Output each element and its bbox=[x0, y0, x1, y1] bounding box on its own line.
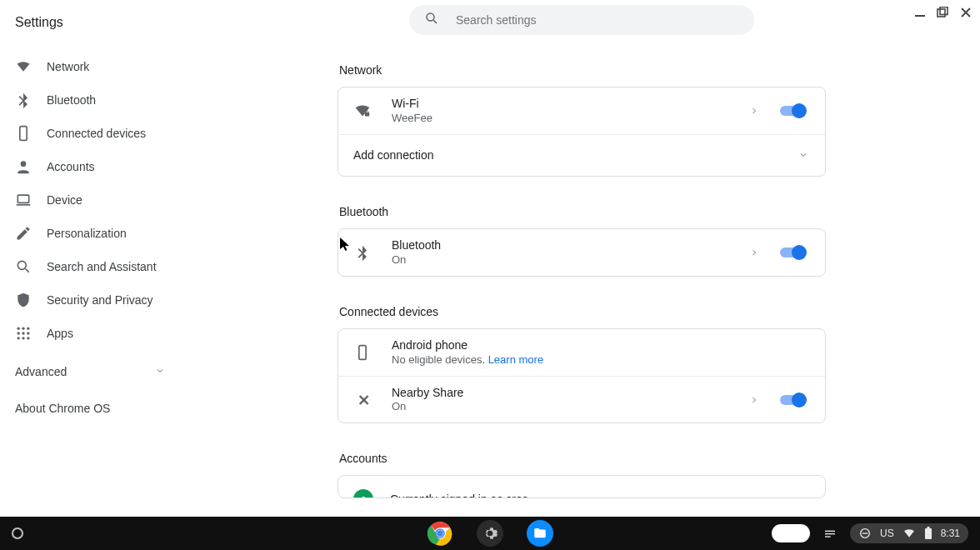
sidebar-item-security[interactable]: Security and Privacy bbox=[15, 283, 183, 317]
svg-rect-17 bbox=[366, 111, 368, 113]
sidebar-item-personalization[interactable]: Personalization bbox=[15, 217, 183, 250]
shelf: US 8:31 bbox=[0, 517, 980, 550]
apps-grid-icon bbox=[15, 325, 32, 342]
search-settings[interactable] bbox=[409, 5, 754, 35]
sidebar-item-accounts[interactable]: Accounts bbox=[15, 150, 183, 183]
account-avatar: c bbox=[353, 489, 373, 498]
svg-rect-24 bbox=[825, 531, 835, 532]
window-close-button[interactable] bbox=[960, 7, 972, 18]
nearby-share-toggle[interactable] bbox=[780, 395, 808, 405]
svg-rect-2 bbox=[20, 127, 27, 141]
sidebar-item-label: Network bbox=[47, 60, 89, 73]
bluetooth-label: Bluetooth bbox=[392, 238, 742, 252]
search-input[interactable] bbox=[454, 12, 739, 28]
main-content: Network Wi-Fi WeeFee Add connection bbox=[183, 0, 980, 517]
svg-rect-1 bbox=[940, 8, 948, 15]
add-connection-label: Add connection bbox=[353, 148, 798, 162]
laptop-icon bbox=[15, 192, 32, 208]
wifi-toggle[interactable] bbox=[780, 106, 808, 116]
sidebar-item-label: Bluetooth bbox=[47, 93, 96, 107]
section-network: Network Wi-Fi WeeFee Add connection bbox=[338, 63, 826, 177]
sidebar-item-device[interactable]: Device bbox=[15, 183, 183, 217]
sidebar-item-apps[interactable]: Apps bbox=[15, 317, 183, 350]
section-bluetooth: Bluetooth Bluetooth On bbox=[338, 205, 826, 277]
mouse-cursor-icon bbox=[340, 238, 350, 251]
sidebar-item-label: Connected devices bbox=[47, 127, 146, 140]
sidebar-item-connected[interactable]: Connected devices bbox=[15, 117, 183, 150]
chevron-right-icon bbox=[750, 392, 758, 408]
chrome-app-icon[interactable] bbox=[427, 520, 453, 547]
account-row[interactable]: c Currently signed in as cros bbox=[338, 476, 825, 498]
dnd-icon bbox=[858, 527, 872, 540]
sidebar: Settings Network Bluetooth Connected dev… bbox=[0, 0, 183, 517]
svg-point-3 bbox=[21, 161, 27, 167]
nearby-share-icon bbox=[353, 392, 372, 408]
sidebar-item-label: Search and Assistant bbox=[47, 260, 157, 273]
section-heading: Bluetooth bbox=[339, 205, 826, 218]
svg-point-14 bbox=[27, 337, 29, 339]
sidebar-about[interactable]: About Chrome OS bbox=[15, 402, 183, 415]
svg-point-12 bbox=[18, 337, 20, 339]
section-connected: Connected devices Android phone No eligi… bbox=[338, 305, 826, 423]
wifi-label: Wi-Fi bbox=[392, 96, 742, 111]
status-tray[interactable]: US 8:31 bbox=[850, 523, 968, 543]
section-heading: Accounts bbox=[339, 452, 826, 465]
launcher-button[interactable] bbox=[12, 528, 23, 539]
svg-point-10 bbox=[22, 332, 24, 334]
svg-point-23 bbox=[437, 530, 443, 537]
svg-point-11 bbox=[27, 332, 29, 334]
svg-point-13 bbox=[22, 337, 24, 339]
learn-more-link[interactable]: Learn more bbox=[488, 353, 543, 366]
page-title: Settings bbox=[15, 15, 183, 30]
svg-rect-29 bbox=[927, 527, 929, 528]
nearby-share-status: On bbox=[392, 400, 742, 414]
wifi-row[interactable]: Wi-Fi WeeFee bbox=[338, 88, 825, 134]
weather-cloud-icon[interactable] bbox=[772, 524, 810, 542]
nearby-share-label: Nearby Share bbox=[392, 385, 742, 400]
svg-rect-18 bbox=[359, 346, 366, 360]
phone-icon bbox=[15, 125, 32, 142]
notifications-tray-icon[interactable] bbox=[823, 527, 837, 540]
sidebar-item-bluetooth[interactable]: Bluetooth bbox=[15, 83, 183, 117]
account-signed-in: Currently signed in as cros bbox=[390, 492, 808, 498]
settings-app-icon[interactable] bbox=[477, 520, 503, 547]
android-phone-row[interactable]: Android phone No eligible devices. Learn… bbox=[338, 329, 825, 376]
svg-point-6 bbox=[18, 328, 20, 330]
chevron-down-icon bbox=[798, 148, 808, 163]
search-icon bbox=[15, 258, 32, 275]
window-maximize-button[interactable] bbox=[937, 7, 948, 18]
chevron-right-icon bbox=[750, 103, 758, 118]
bluetooth-toggle[interactable] bbox=[780, 248, 808, 258]
clock: 8:31 bbox=[941, 528, 960, 539]
svg-rect-4 bbox=[18, 195, 28, 202]
phone-icon bbox=[353, 344, 372, 361]
add-connection-row[interactable]: Add connection bbox=[338, 134, 825, 176]
svg-point-7 bbox=[22, 328, 24, 330]
window-controls bbox=[907, 0, 980, 25]
section-accounts: Accounts c Currently signed in as cros bbox=[338, 452, 826, 498]
bluetooth-status: On bbox=[392, 253, 742, 268]
bluetooth-row[interactable]: Bluetooth On bbox=[338, 229, 825, 276]
sidebar-advanced[interactable]: Advanced bbox=[15, 365, 165, 378]
sidebar-item-label: Accounts bbox=[47, 160, 95, 173]
sidebar-item-label: Security and Privacy bbox=[47, 293, 153, 307]
svg-point-15 bbox=[427, 13, 434, 21]
sidebar-item-label: Device bbox=[47, 193, 82, 207]
settings-page: Settings Network Bluetooth Connected dev… bbox=[0, 0, 980, 517]
bluetooth-icon bbox=[353, 244, 372, 261]
search-icon bbox=[424, 11, 439, 29]
sidebar-item-network[interactable]: Network bbox=[15, 50, 183, 83]
nearby-share-row[interactable]: Nearby Share On bbox=[338, 376, 825, 422]
chevron-down-icon bbox=[155, 365, 165, 378]
svg-rect-25 bbox=[825, 533, 835, 534]
sidebar-item-search-assistant[interactable]: Search and Assistant bbox=[15, 250, 183, 283]
svg-rect-26 bbox=[825, 536, 831, 537]
files-app-icon[interactable] bbox=[527, 520, 553, 547]
wifi-status-icon bbox=[902, 527, 916, 540]
svg-point-9 bbox=[18, 332, 20, 334]
svg-point-8 bbox=[27, 328, 29, 330]
bluetooth-icon bbox=[15, 92, 32, 108]
android-phone-status: No eligible devices. Learn more bbox=[392, 353, 808, 368]
window-minimize-button[interactable] bbox=[915, 5, 925, 20]
sidebar-item-label: Personalization bbox=[47, 227, 127, 240]
